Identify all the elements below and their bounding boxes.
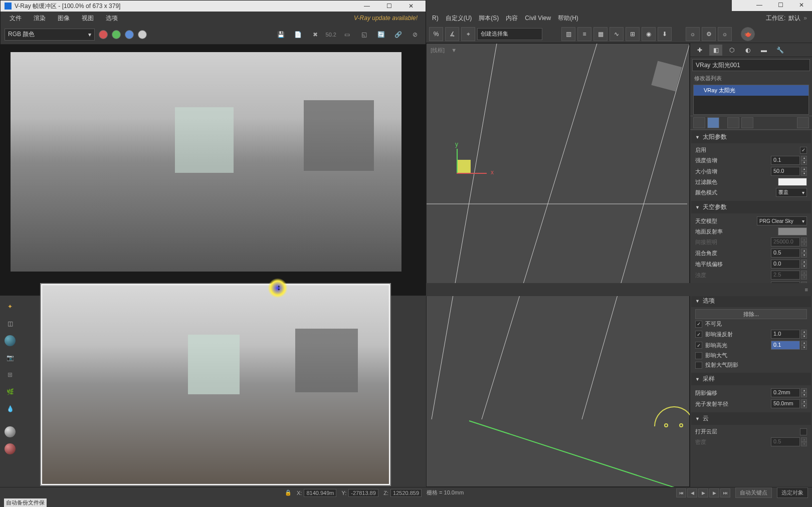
vfb-maximize-button[interactable]: ☐ (378, 1, 399, 11)
y-coord-field[interactable]: -27813.89 (348, 489, 378, 497)
vfb-menu-view[interactable]: 视图 (77, 12, 99, 25)
rollout-options-header[interactable]: ▼选项 (691, 295, 811, 307)
menu-civilview[interactable]: Civil View (522, 13, 554, 24)
grass-icon[interactable]: 🌿 (2, 384, 18, 400)
blend-input[interactable]: 0.5 (771, 248, 800, 258)
photon-spinner[interactable]: ▴▾ (801, 399, 807, 408)
intensity-spinner[interactable]: ▴▾ (801, 156, 807, 165)
toolbar-render-setup-icon[interactable]: ☼ (686, 27, 700, 41)
region-icon[interactable]: ▭ (340, 28, 353, 41)
goto-start-icon[interactable]: ⏮ (676, 488, 686, 497)
vfb-update-notice[interactable]: V-Ray update available! (354, 15, 422, 22)
water-icon[interactable]: 💧 (2, 401, 18, 417)
albedo-swatch[interactable] (778, 227, 807, 235)
menu-help[interactable]: 帮助(H) (555, 12, 581, 25)
lock-icon[interactable]: 🔒 (285, 489, 292, 496)
track-mouse-icon[interactable]: ◱ (357, 28, 370, 41)
play-icon[interactable]: ▶ (698, 488, 708, 497)
invisible-checkbox[interactable]: ✓ (695, 321, 702, 328)
mono-channel-icon[interactable] (138, 30, 147, 39)
shadowbias-input[interactable]: 0.2mm (771, 388, 800, 397)
toolbar-layers-icon[interactable]: ▦ (593, 27, 607, 41)
vfb-menu-file[interactable]: 文件 (5, 12, 27, 25)
toolbar-mirror-icon[interactable]: ▥ (561, 27, 575, 41)
show-end-result-icon[interactable] (707, 117, 719, 128)
enable-checkbox[interactable]: ✓ (800, 147, 807, 154)
viewcube[interactable] (651, 61, 682, 91)
rollout-sun-header[interactable]: ▼太阳参数 (691, 131, 811, 143)
tab-motion-icon[interactable]: ◐ (741, 45, 754, 56)
x-coord-field[interactable]: 8140.949m (304, 489, 336, 497)
shadowbias-spinner[interactable]: ▴▾ (801, 388, 807, 397)
prev-frame-icon[interactable]: ◀ (687, 488, 697, 497)
close-button[interactable]: ✕ (791, 0, 812, 10)
clear-icon[interactable]: ✖ (309, 28, 322, 41)
specular-checkbox[interactable]: ✓ (695, 342, 702, 349)
toolbar-align-icon[interactable]: ≡ (577, 27, 591, 41)
atmos-checkbox[interactable] (695, 352, 702, 359)
reference-image-window[interactable] (40, 283, 391, 486)
configure-sets-icon[interactable] (797, 117, 809, 128)
rollout-sampling-header[interactable]: ▼采样 (691, 373, 811, 385)
workspace-value[interactable]: 默认 (788, 14, 800, 23)
vfb-minimize-button[interactable]: — (356, 1, 377, 11)
skymodel-dropdown[interactable]: PRG Clear Sky▾ (757, 216, 807, 225)
size-spinner[interactable]: ▴▾ (801, 167, 807, 176)
tab-utilities-icon[interactable]: 🔧 (773, 45, 786, 56)
refresh-icon[interactable]: 🔄 (374, 28, 387, 41)
menu-customize[interactable]: 自定义(U) (443, 12, 475, 25)
save-icon[interactable]: 💾 (275, 28, 288, 41)
toolbar-material-icon[interactable]: ◉ (642, 27, 656, 41)
z-coord-field[interactable]: 12520.859 (390, 489, 422, 497)
clouds-enable-checkbox[interactable] (800, 428, 807, 435)
link-icon[interactable]: 🔗 (391, 28, 404, 41)
diffuse-checkbox[interactable]: ✓ (695, 331, 702, 338)
specular-spinner[interactable]: ▴▾ (801, 341, 807, 350)
pin-stack-icon[interactable] (693, 117, 705, 128)
diffuse-input[interactable]: 1.0 (771, 330, 800, 339)
next-frame-icon[interactable]: ▶ (709, 488, 719, 497)
box-icon[interactable]: ◫ (2, 316, 18, 332)
channel-dropdown[interactable]: RGB 颜色▾ (5, 29, 95, 41)
selobj-dropdown[interactable]: 选定对象 (777, 487, 808, 498)
vfb-menu-render[interactable]: 渲染 (29, 12, 51, 25)
object-name-field[interactable]: VRay 太阳光001 (692, 59, 810, 71)
toolbar-percent-icon[interactable]: % (429, 27, 443, 41)
toolbar-render-frame-icon[interactable]: ⚙ (702, 27, 716, 41)
toolbar-render-icon[interactable]: ☼ (718, 27, 732, 41)
horizon-input[interactable]: 0.0 (771, 260, 800, 269)
modifier-list-label[interactable]: 修改器列表 (690, 73, 812, 84)
vray-sun-object[interactable] (654, 406, 694, 426)
diffuse-spinner[interactable]: ▴▾ (801, 330, 807, 339)
vfb-menu-options[interactable]: 选项 (101, 12, 123, 25)
viewport-perspective[interactable]: [线框] ▼ (426, 43, 690, 487)
autokey-button[interactable]: 自动关键点 (735, 487, 772, 498)
green-channel-icon[interactable] (112, 30, 121, 39)
tab-hierarchy-icon[interactable]: ⬡ (725, 45, 738, 56)
maximize-button[interactable]: ☐ (770, 0, 791, 10)
toolbar-angle-icon[interactable]: ∡ (445, 27, 459, 41)
load-icon[interactable]: 📄 (292, 28, 305, 41)
modifier-stack[interactable]: VRay 太阳光 (693, 85, 809, 115)
make-unique-icon[interactable] (727, 117, 739, 128)
atmshadow-checkbox[interactable] (695, 362, 702, 369)
blue-channel-icon[interactable] (125, 30, 134, 39)
modifier-item[interactable]: VRay 太阳光 (694, 85, 808, 96)
light-icon[interactable]: ✦ (2, 299, 18, 315)
vfb-close-button[interactable]: ✕ (400, 1, 422, 11)
toolbar-teapot-icon[interactable]: 🫖 (741, 27, 755, 41)
filter-color-swatch[interactable] (778, 178, 807, 186)
mat-sphere-red[interactable] (2, 441, 18, 457)
rollout-sky-header[interactable]: ▼天空参数 (691, 201, 811, 213)
menu-content[interactable]: 内容 (503, 12, 521, 25)
blend-spinner[interactable]: ▴▾ (801, 248, 807, 258)
minimize-button[interactable]: — (749, 0, 770, 10)
mat-sphere-grey[interactable] (2, 424, 18, 440)
tab-display-icon[interactable]: ▬ (757, 45, 770, 56)
vfb-render-area[interactable] (1, 45, 426, 295)
shapes-icon[interactable]: ⊞ (2, 367, 18, 383)
selection-set-dropdown[interactable]: 创建选择集 (477, 28, 542, 40)
camera-icon[interactable]: 📷 (2, 350, 18, 366)
vfb-titlebar[interactable]: V-Ray 帧缓冲区 - [100.0% of 673 x 379] — ☐ ✕ (1, 1, 426, 12)
toolbar-curve-icon[interactable]: ∿ (610, 27, 624, 41)
